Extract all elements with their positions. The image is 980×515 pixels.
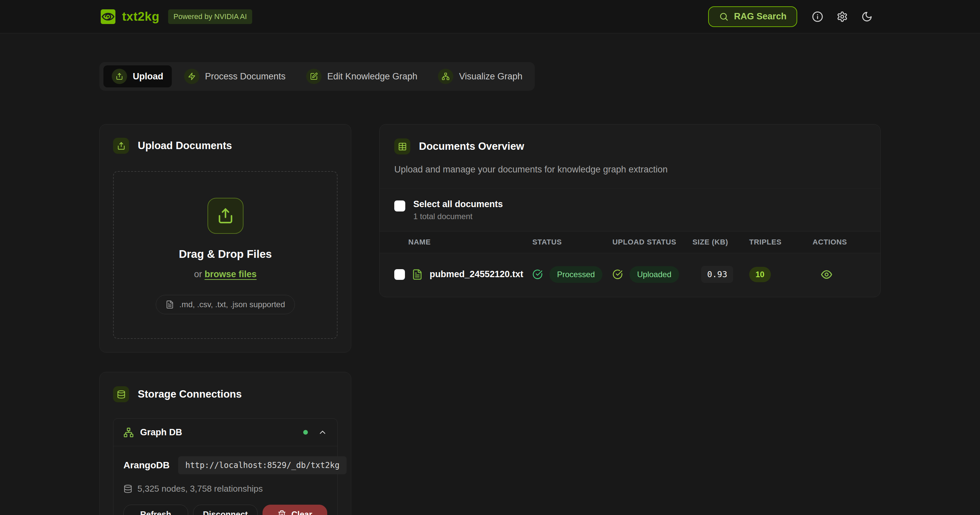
document-name: pubmed_24552120.txt	[430, 269, 523, 280]
documents-overview-card: Documents Overview Upload and manage you…	[379, 124, 881, 297]
upload-icon	[207, 198, 243, 234]
column-header-actions: ACTIONS	[813, 238, 865, 246]
graph-db-details: ArangoDB http://localhost:8529/_db/txt2k…	[113, 446, 337, 515]
dropzone-subtext: or browse files	[194, 269, 257, 280]
view-document-eye-icon[interactable]	[821, 269, 832, 281]
rag-search-button[interactable]: RAG Search	[708, 6, 797, 27]
select-all-checkbox[interactable]	[394, 200, 405, 211]
table-row: pubmed_24552120.txt Processed Uploaded 0…	[380, 253, 880, 297]
header-actions: RAG Search	[708, 6, 873, 27]
graph-db-stats: 5,325 nodes, 3,758 relationships	[123, 484, 327, 494]
check-circle-icon	[612, 269, 623, 280]
column-header-size: SIZE (KB)	[692, 238, 749, 246]
gear-icon	[837, 11, 848, 22]
size-value: 0.93	[701, 266, 733, 283]
trash-icon	[277, 510, 286, 515]
documents-card-title: Documents Overview	[419, 140, 524, 153]
nvidia-logo	[100, 9, 116, 25]
table-header-row: NAME STATUS UPLOAD STATUS SIZE (KB) TRIP…	[380, 231, 880, 253]
upload-icon	[112, 69, 127, 84]
status-badge: Processed	[549, 266, 602, 283]
column-header-upload-status: UPLOAD STATUS	[612, 238, 692, 246]
tab-process-documents[interactable]: Process Documents	[176, 65, 294, 87]
settings-button[interactable]	[837, 11, 848, 22]
moon-icon	[861, 11, 873, 22]
upload-card-title: Upload Documents	[138, 140, 232, 152]
check-circle-icon	[532, 269, 543, 280]
storage-connections-card: Storage Connections Graph DB Ar	[99, 372, 351, 515]
tab-label: Upload	[133, 72, 164, 82]
table-icon	[394, 138, 410, 154]
dropzone-heading: Drag & Drop Files	[179, 248, 272, 261]
database-icon	[113, 386, 129, 402]
graph-db-stats-text: 5,325 nodes, 3,758 relationships	[137, 484, 263, 494]
chevron-up-icon[interactable]	[318, 428, 327, 437]
storage-card-title: Storage Connections	[138, 388, 242, 400]
tab-edit-knowledge-graph[interactable]: Edit Knowledge Graph	[298, 65, 426, 87]
browse-files-link[interactable]: browse files	[204, 269, 256, 279]
zap-icon	[184, 69, 199, 84]
rag-search-label: RAG Search	[734, 11, 786, 22]
info-icon	[812, 11, 823, 22]
supported-formats-text: .md, .csv, .txt, .json supported	[179, 300, 285, 309]
upload-documents-card: Upload Documents Drag & Drop Files or br…	[99, 124, 351, 353]
tab-upload[interactable]: Upload	[103, 65, 172, 87]
disconnect-button[interactable]: Disconnect	[193, 505, 258, 515]
column-header-status: STATUS	[532, 238, 612, 246]
app-title: txt2kg	[122, 10, 159, 24]
info-button[interactable]	[812, 11, 823, 22]
app-header: txt2kg Powered by NVIDIA AI RAG Search	[0, 0, 980, 33]
theme-toggle-button[interactable]	[861, 11, 873, 22]
main-content: Upload Process Documents Edit Knowledge …	[0, 33, 980, 515]
tab-bar: Upload Process Documents Edit Knowledge …	[99, 62, 535, 91]
graph-db-header[interactable]: Graph DB	[113, 419, 337, 446]
upload-icon	[113, 138, 129, 154]
column-header-triples: TRIPLES	[749, 238, 813, 246]
graph-db-provider: ArangoDB	[123, 460, 169, 470]
search-icon	[719, 12, 729, 22]
documents-card-subtitle: Upload and manage your documents for kno…	[394, 164, 865, 175]
network-icon	[123, 427, 134, 438]
tab-visualize-graph[interactable]: Visualize Graph	[430, 65, 531, 87]
dropzone[interactable]: Drag & Drop Files or browse files .md, .…	[113, 171, 337, 339]
tab-label: Edit Knowledge Graph	[327, 72, 417, 82]
clear-button-label: Clear	[291, 510, 312, 515]
file-icon	[165, 300, 174, 309]
tab-label: Visualize Graph	[459, 72, 522, 82]
file-text-icon	[412, 269, 423, 280]
connected-status-dot	[303, 430, 308, 435]
database-icon	[123, 484, 132, 493]
select-all-label: Select all documents	[413, 199, 503, 210]
refresh-button[interactable]: Refresh	[123, 505, 188, 515]
graph-db-url: http://localhost:8529/_db/txt2kg	[178, 456, 346, 474]
graph-db-label: Graph DB	[140, 427, 182, 438]
total-documents-label: 1 total document	[413, 212, 503, 221]
row-checkbox[interactable]	[394, 269, 405, 280]
powered-by-badge: Powered by NVIDIA AI	[168, 10, 252, 24]
clear-button[interactable]: Clear	[262, 505, 327, 515]
edit-icon	[306, 69, 321, 84]
network-icon	[438, 69, 453, 84]
select-all-row: Select all documents 1 total document	[380, 188, 880, 231]
documents-table: NAME STATUS UPLOAD STATUS SIZE (KB) TRIP…	[380, 231, 880, 297]
tab-label: Process Documents	[205, 72, 286, 82]
triples-count-badge: 10	[749, 267, 771, 282]
or-text: or	[194, 269, 202, 279]
column-header-name: NAME	[394, 238, 532, 246]
supported-formats-badge: .md, .csv, .txt, .json supported	[156, 295, 294, 314]
upload-status-badge: Uploaded	[629, 266, 679, 283]
graph-db-section: Graph DB ArangoDB http://localhost:8529/…	[113, 418, 337, 515]
